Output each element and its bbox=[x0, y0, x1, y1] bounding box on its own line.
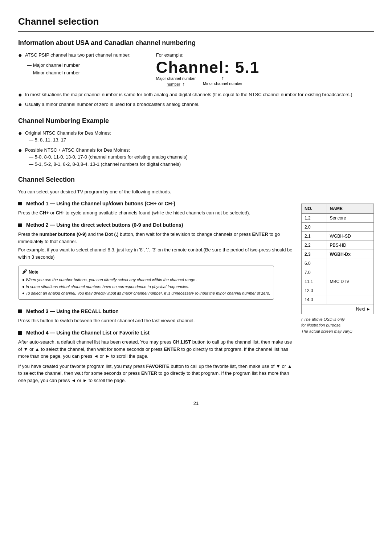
table-caption: ( The above OSD is only for illustration… bbox=[301, 316, 374, 335]
method1-heading: Method 1 — Using the Channel up/down but… bbox=[18, 200, 294, 208]
method2-body2: For example, if you want to select chann… bbox=[18, 246, 294, 260]
table-cell-no: 1.2 bbox=[302, 213, 327, 222]
table-row: 1.2Sencore bbox=[302, 213, 374, 222]
table-cell-no: 2.1 bbox=[302, 231, 327, 241]
caption-line3: The actual screen may vary.) bbox=[301, 329, 352, 333]
table-cell-no: 12.0 bbox=[302, 286, 327, 295]
channel-table: NO. NAME 1.2Sencore2.02.1WGBH-SD2.2PBS-H… bbox=[301, 204, 374, 314]
note-label-text: Note bbox=[29, 269, 38, 275]
right-table-area: NO. NAME 1.2Sencore2.02.1WGBH-SD2.2PBS-H… bbox=[301, 204, 374, 335]
bullet-dot3: ● bbox=[18, 101, 22, 109]
method3-heading-text: Method 3 — Using the RECALL button bbox=[26, 308, 119, 315]
table-row: 14.0 bbox=[302, 295, 374, 304]
table-cell-no: 2.3 bbox=[302, 250, 327, 259]
note-item-2: In some situations virtual channel numbe… bbox=[22, 284, 270, 290]
table-cell-name bbox=[327, 268, 373, 277]
table-cell-name bbox=[327, 286, 373, 295]
method4-block: Method 4 — Using the Channel List or Fav… bbox=[18, 329, 294, 384]
method2-body1: Press the number buttons (0-9) and the D… bbox=[18, 231, 294, 245]
method4-body1: After auto-search, a default channel lis… bbox=[18, 338, 294, 360]
section1-title: Information about USA and Canadian chann… bbox=[18, 38, 374, 48]
method3-body: Press this button to switch between the … bbox=[18, 317, 294, 324]
square-bullet2 bbox=[18, 223, 22, 227]
for-example-label: For example: bbox=[156, 52, 184, 59]
method1-heading-text: Method 1 — Using the Channel up/down but… bbox=[26, 200, 175, 208]
table-cell-name bbox=[327, 259, 373, 268]
note-item-1: When you use the number buttons, you can… bbox=[22, 277, 270, 283]
major-underline: number bbox=[167, 81, 180, 87]
major-channel-label: Major channel number bbox=[27, 62, 131, 69]
table-cell-name: WGBH-Dx bbox=[327, 250, 373, 259]
method4-body2: If you have created your favorite progra… bbox=[18, 363, 294, 384]
method1-body: Press the CH+ or CH- to cycle among avai… bbox=[18, 209, 294, 217]
note-box: 🖊 Note When you use the number buttons, … bbox=[18, 266, 274, 300]
section2-title: Channel Numbering Example bbox=[18, 116, 374, 126]
section2-content: ● Original NTSC Channels for Des Moines:… bbox=[18, 130, 374, 168]
note-icon: 🖊 bbox=[22, 268, 27, 276]
page-title: Channel selection bbox=[18, 15, 374, 32]
page-number: 21 bbox=[18, 400, 374, 407]
table-row: 6.0 bbox=[302, 259, 374, 268]
note-item-3: To select an analog channel, you may dir… bbox=[22, 290, 270, 296]
table-cell-no: 14.0 bbox=[302, 295, 327, 304]
table-row: 7.0 bbox=[302, 268, 374, 277]
bullet-dot2: ● bbox=[18, 91, 22, 99]
table-row: 2.2PBS-HD bbox=[302, 241, 374, 250]
method3-heading: Method 3 — Using the RECALL button bbox=[18, 308, 294, 315]
table-row: 11.1MBC DTV bbox=[302, 277, 374, 286]
table-cell-no: 2.0 bbox=[302, 222, 327, 231]
table-cell-name bbox=[327, 295, 373, 304]
section2-bullet1: Original NTSC Channels for Des Moines: bbox=[25, 130, 111, 136]
table-cell-name: PBS-HD bbox=[327, 241, 373, 250]
minor-diagram-label: Minor channel number bbox=[203, 81, 242, 87]
section2-sub2: — 5-0, 8-0, 11-0, 13-0, 17-0 (channel nu… bbox=[29, 153, 188, 161]
channel-example: For example: Channel: 5.1 Major channel … bbox=[156, 52, 260, 87]
section2-sub3: — 5-1, 5-2, 8-1, 8-2, 8-3,8-4, 13-1 (cha… bbox=[29, 161, 188, 168]
channel-display: Channel: 5.1 bbox=[156, 59, 260, 75]
section1-bullet2: In most situations the major channel num… bbox=[25, 91, 352, 98]
note-label: 🖊 Note bbox=[22, 268, 270, 276]
note-items: When you use the number buttons, you can… bbox=[22, 277, 270, 296]
next-button[interactable]: Next ► bbox=[356, 307, 371, 312]
section3-intro: You can select your desired TV program b… bbox=[18, 188, 374, 196]
table-cell-name bbox=[327, 222, 373, 231]
section3-title: Channel Selection bbox=[18, 175, 374, 185]
atsc-bullet-text: ATSC PSIP channel has two part channel n… bbox=[25, 52, 131, 59]
table-row: 2.0 bbox=[302, 222, 374, 231]
arrow-up2-icon: ↑ bbox=[221, 75, 224, 81]
table-cell-no: 2.2 bbox=[302, 241, 327, 250]
section2-bullet2: Possible NTSC + ATSC Channels for Des Mo… bbox=[25, 147, 130, 153]
section1-bullets: ● ATSC PSIP channel has two part channel… bbox=[18, 52, 374, 109]
method2-heading-text: Method 2 — Using the direct select butto… bbox=[26, 221, 183, 229]
method4-heading: Method 4 — Using the Channel List or Fav… bbox=[18, 329, 294, 337]
table-cell-no: 6.0 bbox=[302, 259, 327, 268]
table-cell-name: MBC DTV bbox=[327, 277, 373, 286]
caption-line1: ( The above OSD is only bbox=[301, 317, 345, 321]
table-cell-no: 11.1 bbox=[302, 277, 327, 286]
table-col2-header: NAME bbox=[327, 204, 373, 213]
caption-line2: for illustration purpose. bbox=[301, 323, 342, 327]
section2-sub1: — 5, 8, 11, 13, 17 bbox=[29, 136, 111, 144]
method4-heading-text: Method 4 — Using the Channel List or Fav… bbox=[26, 329, 150, 337]
major-diagram-label: Major channel number bbox=[156, 75, 196, 82]
square-bullet4 bbox=[18, 331, 22, 335]
table-cell-name: WGBH-SD bbox=[327, 231, 373, 241]
table-row: 2.1WGBH-SD bbox=[302, 231, 374, 241]
minor-channel-label: Minor channel number bbox=[27, 69, 131, 77]
bullet-dot: ● bbox=[18, 52, 22, 59]
table-row: 2.3WGBH-Dx bbox=[302, 250, 374, 259]
square-bullet1 bbox=[18, 202, 22, 205]
table-next-row: Next ► bbox=[302, 304, 374, 314]
table-row: 12.0 bbox=[302, 286, 374, 295]
method2-heading: Method 2 — Using the direct select butto… bbox=[18, 221, 294, 229]
method1-block: Method 1 — Using the Channel up/down but… bbox=[18, 200, 294, 217]
channel-diagram: Major channel number number ↑ ↑ Minor ch… bbox=[156, 75, 243, 87]
section1-bullet3: Usually a minor channel number of zero i… bbox=[25, 101, 200, 108]
square-bullet3 bbox=[18, 309, 22, 313]
bullet-dot5: ● bbox=[18, 147, 22, 155]
main-content-area: Method 1 — Using the Channel up/down but… bbox=[18, 200, 374, 389]
table-cell-no: 7.0 bbox=[302, 268, 327, 277]
method3-block: Method 3 — Using the RECALL button Press… bbox=[18, 308, 294, 324]
arrow-up-icon: ↑ bbox=[183, 82, 185, 87]
bullet-dot4: ● bbox=[18, 130, 22, 138]
